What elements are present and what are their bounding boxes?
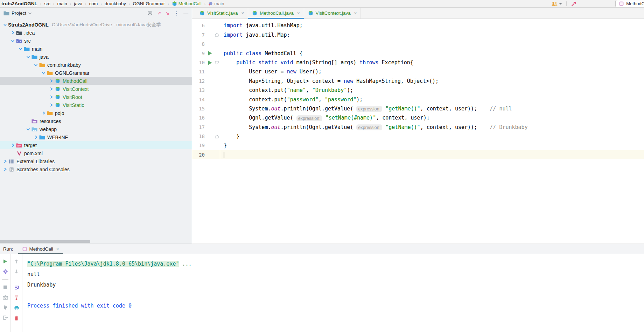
console-up-icon[interactable] [14,259,19,264]
tree-item-visitcontext[interactable]: VisitContext [0,85,192,93]
console-print-icon[interactable] [14,305,19,311]
breadcrumb-label: drunkbaby [105,1,126,6]
console-line-2: null [27,269,644,280]
run-plug-icon[interactable] [2,305,8,310]
tree-item-visitroot[interactable]: VisitRoot [0,93,192,101]
editor-tab-bar: VisitStatic.java×MethodCall.java×VisitCo… [192,8,644,19]
code-segment: main(String[] args) [293,59,360,66]
tree-item-target[interactable]: target [0,141,192,149]
code-segment: "getName()" [385,106,420,112]
more-options-icon[interactable]: ⋮ [174,10,179,16]
breadcrumb-separator: › [100,2,102,6]
console-softwrap-icon[interactable] [14,285,19,290]
close-icon[interactable]: × [241,10,244,16]
tree-item-src[interactable]: src [0,37,192,45]
tree-item-webapp[interactable]: webapp [0,125,192,133]
tree-item-java[interactable]: java [0,53,192,61]
tree-item-label: VisitContext [63,86,89,92]
close-icon[interactable]: × [354,10,357,16]
editor-tab-visitstatic-java[interactable]: VisitStatic.java× [196,8,248,19]
chevron-down-icon[interactable] [28,12,31,14]
console-output[interactable]: "C:\Program Files\Java\jdk1.8.0_65\bin\j… [22,254,644,332]
breadcrumb-separator: › [204,2,206,6]
chevron-right-icon[interactable] [48,87,54,91]
folder-package-icon [39,63,46,67]
fold-marker-icon[interactable] [214,58,220,67]
project-panel-title[interactable]: Project [12,10,26,16]
run-tab-methodcall[interactable]: MethodCall × [18,244,63,254]
toolbar-separator [2,279,8,280]
code-segment: // null [477,106,512,112]
code-editor[interactable]: 56import java.util.HashMap;7import java.… [192,19,644,244]
console-down-icon[interactable] [14,269,19,274]
run-gutter-icon[interactable] [206,58,214,67]
scrollbar-thumb[interactable] [0,240,90,243]
expand-icon[interactable]: ↗ [157,10,161,16]
tree-item-resources[interactable]: resources [0,117,192,125]
tree-item-methodcall[interactable]: MethodCall [0,77,192,85]
tree-item-label: src [24,38,31,44]
chevron-right-icon[interactable] [2,159,8,163]
breadcrumb-item-src[interactable]: src [43,1,51,6]
tree-item-pom-xml[interactable]: pom.xml [0,149,192,157]
chevron-right-icon[interactable] [41,111,47,115]
chevron-right-icon[interactable] [48,95,54,99]
chevron-down-icon[interactable] [2,23,8,27]
chevron-right-icon[interactable] [10,143,16,147]
chevron-down-icon[interactable] [10,39,16,43]
chevron-right-icon[interactable] [33,135,39,139]
run-camera-icon[interactable] [2,295,8,300]
tree-item-label: MethodCall [63,78,88,84]
chevron-right-icon[interactable] [2,167,8,171]
console-scrollend-icon[interactable] [14,295,19,301]
close-icon[interactable]: × [297,10,300,16]
run-exit-icon[interactable] [2,315,8,320]
tree-item-com-drunkbaby[interactable]: com.drunkbaby [0,61,192,69]
tree-item-label: webapp [40,127,57,132]
locate-file-icon[interactable] [147,10,153,16]
chevron-down-icon[interactable] [18,47,23,51]
build-hammer-icon[interactable] [571,1,577,7]
fold-space [214,21,220,30]
tree-item--idea[interactable]: .idea [0,29,192,37]
code-segment: ); [356,96,363,103]
users-icon[interactable] [551,1,558,6]
run-stop-icon[interactable] [2,284,8,290]
hide-panel-icon[interactable]: — [183,10,188,16]
editor-tab-visitcontext-java[interactable]: VisitContext.java× [304,8,361,19]
tree-item-web-inf[interactable]: WEB-INF [0,133,192,141]
fold-marker-icon[interactable] [214,30,220,39]
chevron-down-icon[interactable] [25,127,31,131]
breadcrumb-item-com[interactable]: com [89,1,99,6]
editor-tab-methodcall-java[interactable]: MethodCall.java× [248,8,304,19]
breadcrumb-item-main[interactable]: main [56,1,68,6]
chevron-right-icon[interactable] [48,79,54,83]
run-settings-icon[interactable] [2,269,8,274]
tree-item-struts2andognl[interactable]: Struts2AndOGNLC:\Users\VanHurts\OneDrive… [0,21,192,29]
close-icon[interactable]: × [56,246,59,252]
chevron-down-icon[interactable] [25,55,31,59]
run-configuration-selector[interactable]: MethodCall [615,0,644,7]
run-rerun-icon[interactable] [2,259,8,264]
console-clear-icon[interactable] [14,315,19,321]
chevron-right-icon[interactable] [48,103,54,107]
chevron-right-icon[interactable] [10,31,16,35]
breadcrumb-item-truts2andognl[interactable]: truts2AndOGNL [1,1,38,6]
chevron-down-icon[interactable] [559,3,562,5]
tree-item-pojo[interactable]: pojo [0,109,192,117]
run-gutter-icon[interactable] [206,49,214,58]
breadcrumb-item-main[interactable]: main [208,1,225,6]
tree-item-visitstatic[interactable]: VisitStatic [0,101,192,109]
fold-marker-icon[interactable] [214,132,220,141]
breadcrumb-item-drunkbaby[interactable]: drunkbaby [104,1,127,6]
breadcrumb-item-java[interactable]: java [73,1,83,6]
collapse-icon[interactable]: ↘ [166,10,169,16]
breadcrumb-item-ognlgrammar[interactable]: OGNLGrammar [132,1,166,6]
tree-item-ognlgrammar[interactable]: OGNLGrammar [0,69,192,77]
chevron-down-icon[interactable] [33,63,39,67]
breadcrumb-item-methodcall[interactable]: MethodCall [171,1,202,6]
tree-item-external-libraries[interactable]: External Libraries [0,157,192,165]
tree-item-scratches-and-consoles[interactable]: Scratches and Consoles [0,165,192,173]
tree-item-main[interactable]: main [0,45,192,53]
chevron-down-icon[interactable] [41,71,47,75]
